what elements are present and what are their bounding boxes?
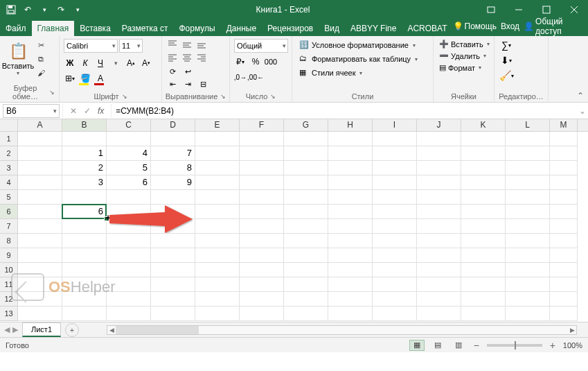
- cell-B12[interactable]: [62, 292, 107, 307]
- cell-C11[interactable]: [107, 277, 151, 292]
- cell-K13[interactable]: [461, 307, 506, 321]
- scroll-left-icon[interactable]: ◀: [107, 326, 116, 334]
- clear-icon[interactable]: 🧹▾: [499, 69, 514, 82]
- cell-A12[interactable]: [18, 292, 62, 307]
- cell-E5[interactable]: [195, 190, 240, 205]
- cell-J10[interactable]: [417, 263, 461, 277]
- bold-button[interactable]: Ж: [64, 57, 76, 69]
- cell-C10[interactable]: [107, 263, 151, 277]
- cell-F12[interactable]: [240, 292, 284, 307]
- format-cells-button[interactable]: ▤Формат: [438, 62, 490, 73]
- cell-E13[interactable]: [195, 307, 240, 321]
- row-header-2[interactable]: 2: [0, 146, 18, 161]
- cell-A13[interactable]: [18, 307, 62, 321]
- cell-F9[interactable]: [240, 248, 284, 263]
- cell-G4[interactable]: [284, 175, 328, 190]
- page-break-view-icon[interactable]: ▥: [451, 340, 466, 351]
- cell-M6[interactable]: [550, 205, 578, 219]
- cell-G6[interactable]: [284, 205, 328, 219]
- name-box[interactable]: B6: [3, 104, 60, 118]
- sheet-prev-icon[interactable]: ◀: [4, 325, 10, 334]
- cell-H2[interactable]: [328, 146, 373, 161]
- cell-F1[interactable]: [240, 132, 284, 146]
- tab-abbyy[interactable]: ABBYY Fine: [345, 21, 402, 36]
- cell-E3[interactable]: [195, 161, 240, 175]
- number-format-select[interactable]: Общий: [234, 39, 288, 53]
- cell-I10[interactable]: [373, 263, 417, 277]
- tab-page-layout[interactable]: Разметка ст: [116, 21, 174, 36]
- cell-K7[interactable]: [461, 219, 506, 234]
- cell-M12[interactable]: [550, 292, 578, 307]
- cell-A10[interactable]: [18, 263, 62, 277]
- align-left-icon[interactable]: [166, 52, 179, 63]
- cell-M11[interactable]: [550, 277, 578, 292]
- increase-indent-icon[interactable]: ⇥: [181, 78, 194, 89]
- tab-acrobat[interactable]: ACROBAT: [402, 21, 452, 36]
- cell-H9[interactable]: [328, 248, 373, 263]
- cell-E9[interactable]: [195, 248, 240, 263]
- cell-I13[interactable]: [373, 307, 417, 321]
- delete-cells-button[interactable]: ➖Удалить: [438, 51, 490, 61]
- row-header-10[interactable]: 10: [0, 263, 18, 277]
- cell-I11[interactable]: [373, 277, 417, 292]
- decrease-indent-icon[interactable]: ⇤: [166, 78, 179, 89]
- merge-cells-icon[interactable]: ⊟: [197, 78, 209, 89]
- cell-B3[interactable]: 2: [62, 161, 107, 175]
- cell-H13[interactable]: [328, 307, 373, 321]
- cell-D11[interactable]: [151, 277, 195, 292]
- sheet-next-icon[interactable]: ▶: [12, 325, 18, 334]
- row-header-11[interactable]: 11: [0, 277, 18, 292]
- cell-M8[interactable]: [550, 234, 578, 248]
- cell-K1[interactable]: [461, 132, 506, 146]
- cell-J11[interactable]: [417, 277, 461, 292]
- cell-C13[interactable]: [107, 307, 151, 321]
- add-sheet-button[interactable]: +: [65, 323, 79, 337]
- cell-H6[interactable]: [328, 205, 373, 219]
- cell-C9[interactable]: [107, 248, 151, 263]
- cell-K8[interactable]: [461, 234, 506, 248]
- cell-K12[interactable]: [461, 292, 506, 307]
- tab-data[interactable]: Данные: [221, 21, 262, 36]
- cell-A6[interactable]: [18, 205, 62, 219]
- cell-L12[interactable]: [506, 292, 550, 307]
- scrollbar-thumb[interactable]: [116, 326, 199, 334]
- comma-style-icon[interactable]: 000: [265, 55, 277, 68]
- normal-view-icon[interactable]: ▦: [409, 340, 425, 351]
- cell-E7[interactable]: [195, 219, 240, 234]
- cell-J13[interactable]: [417, 307, 461, 321]
- enter-formula-icon[interactable]: ✓: [84, 106, 91, 116]
- clipboard-launcher-icon[interactable]: ↘: [49, 89, 55, 96]
- cell-A9[interactable]: [18, 248, 62, 263]
- cell-B4[interactable]: 3: [62, 175, 107, 190]
- undo-icon[interactable]: ↶: [22, 4, 33, 15]
- cell-C5[interactable]: [107, 190, 151, 205]
- row-header-13[interactable]: 13: [0, 307, 18, 321]
- collapse-ribbon-icon[interactable]: ⌃: [577, 91, 584, 101]
- cell-A8[interactable]: [18, 234, 62, 248]
- cell-D8[interactable]: [151, 234, 195, 248]
- cell-D5[interactable]: [151, 190, 195, 205]
- column-header-H[interactable]: H: [328, 119, 373, 131]
- number-launcher-icon[interactable]: ↘: [270, 93, 276, 100]
- cell-K6[interactable]: [461, 205, 506, 219]
- cell-C4[interactable]: 6: [107, 175, 151, 190]
- row-header-9[interactable]: 9: [0, 248, 18, 263]
- column-header-E[interactable]: E: [195, 119, 240, 131]
- cell-E10[interactable]: [195, 263, 240, 277]
- row-header-3[interactable]: 3: [0, 161, 18, 175]
- cell-D7[interactable]: [151, 219, 195, 234]
- cell-D2[interactable]: 7: [151, 146, 195, 161]
- conditional-formatting-button[interactable]: 🔢Условное форматирование: [296, 39, 429, 51]
- cell-B5[interactable]: [62, 190, 107, 205]
- align-right-icon[interactable]: [195, 52, 208, 63]
- decrease-font-icon[interactable]: A▾: [140, 57, 152, 69]
- column-header-A[interactable]: A: [18, 119, 62, 131]
- cell-I8[interactable]: [373, 234, 417, 248]
- cell-J4[interactable]: [417, 175, 461, 190]
- cell-B6[interactable]: 6: [62, 205, 107, 219]
- tab-insert[interactable]: Вставка: [74, 21, 116, 36]
- column-header-K[interactable]: K: [461, 119, 506, 131]
- cell-D13[interactable]: [151, 307, 195, 321]
- cell-L4[interactable]: [506, 175, 550, 190]
- cell-G11[interactable]: [284, 277, 328, 292]
